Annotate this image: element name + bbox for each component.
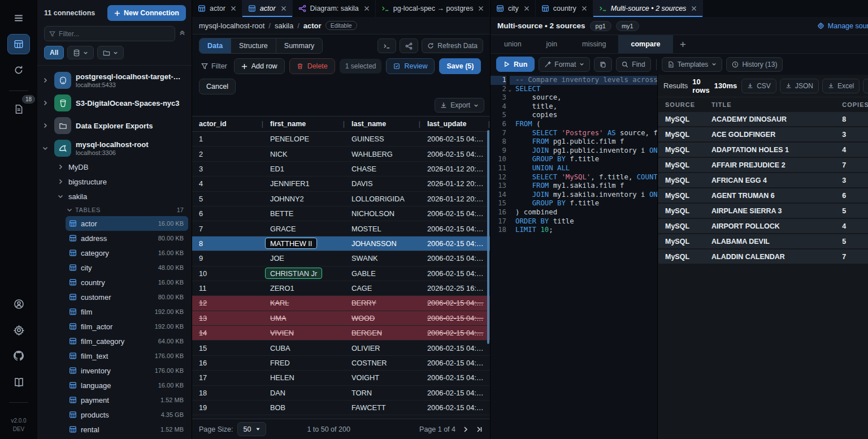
query-tab-union[interactable]: union (492, 35, 534, 53)
menu-icon[interactable] (7, 8, 30, 28)
query-tab-compare[interactable]: compare (618, 35, 672, 53)
breadcrumb-table[interactable]: actor (303, 21, 322, 30)
cell-first-name[interactable]: JOHNNY2 (263, 195, 345, 203)
cell-first-name[interactable]: BETTE (263, 209, 345, 218)
sidebar-table-customer[interactable]: customer80.00 KB (37, 290, 192, 304)
add-row-button[interactable]: Add row (234, 58, 285, 74)
close-icon[interactable] (364, 6, 370, 11)
chevron-right-icon[interactable] (41, 123, 50, 128)
export-button[interactable]: Export (435, 98, 484, 113)
query-tab-join[interactable]: join (534, 35, 570, 53)
cancel-button[interactable]: Cancel (199, 79, 236, 94)
filter-chip-database[interactable] (67, 46, 94, 59)
export-excel-button[interactable]: Excel (822, 79, 860, 93)
view-tab-summary[interactable]: Summary (276, 38, 322, 53)
table-row[interactable]: 12KARLBERRY2006-02-15 04:… (192, 296, 490, 311)
table-row[interactable]: 17HELENVOIGHT2006-02-15 04:… (192, 371, 490, 385)
database-item-bigstructure[interactable]: bigstructure (37, 174, 192, 189)
connection-filter-field[interactable] (44, 26, 175, 41)
collapse-all-icon[interactable] (179, 30, 186, 37)
edited-cell[interactable]: CHRISTIAN Jr (265, 268, 322, 279)
table-row[interactable]: 10CHRISTIAN JrGABLE2006-02-15 04:… (192, 266, 490, 281)
connection-item-data-explorer-exports[interactable]: Data Explorer Exports (37, 114, 192, 137)
connection-item-postgresql-localhost-target-[interactable]: postgresql-localhost-target-…localhost:5… (37, 69, 192, 92)
github-icon[interactable] (7, 346, 30, 366)
close-icon[interactable] (524, 6, 530, 11)
results-row[interactable]: MySQLALABAMA DEVIL5 (658, 234, 868, 248)
chevron-down-icon[interactable] (58, 193, 64, 199)
sidebar-table-city[interactable]: city48.00 KB (37, 260, 192, 275)
results-column-source[interactable]: SOURCE (658, 101, 710, 108)
filter-button[interactable]: Filter (199, 60, 229, 72)
table-row[interactable]: 14VIVIENBERGEN2006-02-15 04:… (192, 326, 490, 341)
column-header-first_name[interactable]: first_name (263, 120, 345, 128)
book-icon[interactable] (7, 372, 30, 392)
refresh-icon[interactable] (7, 60, 30, 80)
breadcrumb-database[interactable]: sakila (275, 21, 293, 30)
close-icon[interactable] (865, 35, 868, 53)
tables-section-header[interactable]: TABLES17 (37, 204, 192, 216)
results-row[interactable]: MySQLALADDIN CALENDAR7 (658, 249, 868, 264)
cell-first-name[interactable]: FRED (263, 359, 345, 367)
cell-first-name[interactable]: JENNIFER1 (263, 179, 345, 188)
filter-chip-all[interactable]: All (44, 46, 64, 59)
database-item-mydb[interactable]: MyDB (37, 160, 192, 174)
table-row[interactable]: 16FREDCOSTNER2006-02-15 04:… (192, 356, 490, 371)
chevron-down-icon[interactable] (41, 145, 50, 151)
manage-sources-link[interactable]: Manage sources (817, 22, 868, 30)
column-header-actor_id[interactable]: actor_id (192, 120, 263, 128)
table-row[interactable]: 13UMAWOOD2006-02-15 04:… (192, 311, 490, 326)
breadcrumb-connection[interactable]: mysql-localhost-root (199, 21, 264, 30)
cell-first-name[interactable]: ED1 (263, 165, 345, 173)
gear-icon[interactable] (7, 320, 30, 340)
query-tab-missing[interactable]: missing (570, 35, 618, 53)
tab-country[interactable]: country (536, 0, 593, 17)
export-json-button[interactable]: JSON (780, 79, 819, 93)
add-query-tab-icon[interactable] (673, 35, 693, 53)
sidebar-table-film[interactable]: film192.00 KB (37, 304, 192, 319)
fold-icon[interactable]: ⌄ (509, 85, 511, 94)
table-row[interactable]: 18DANTORN2006-02-15 04:… (192, 386, 490, 401)
cell-first-name[interactable]: CHRISTIAN Jr (263, 268, 345, 279)
table-row[interactable]: 1PENELOPEGUINESS2006-02-15 04:… (192, 132, 490, 147)
sidebar-table-actor[interactable]: actor16.00 KB (66, 216, 188, 231)
close-icon[interactable] (581, 6, 587, 11)
filter-chip-folder[interactable] (97, 46, 124, 59)
tab-actor[interactable]: actor (192, 0, 242, 17)
delete-button[interactable]: Delete (289, 58, 335, 74)
cell-first-name[interactable]: UMA (263, 314, 345, 322)
table-row[interactable]: 15CUBAOLIVIER2006-02-15 04:… (192, 341, 490, 355)
results-row[interactable]: MySQLADAPTATION HOLES 14 (658, 143, 868, 157)
history-button[interactable]: History (13) (726, 57, 783, 72)
chevron-right-icon[interactable] (58, 164, 64, 170)
column-header-last_name[interactable]: last_name (345, 120, 420, 128)
cell-first-name[interactable]: ZERO1 (263, 284, 345, 292)
table-row[interactable]: 8MATTHEW IIJOHANSSON2006-02-15 04:… (192, 236, 490, 251)
connection-item-mysql-localhost-root[interactable]: mysql-localhost-rootlocalhost:3306 (37, 137, 192, 160)
more-tabs-icon[interactable]: ⋯ (866, 0, 868, 17)
chevron-right-icon[interactable] (58, 179, 64, 184)
cell-first-name[interactable]: JOE (263, 254, 345, 262)
sidebar-table-products[interactable]: products4.35 GB (37, 407, 192, 422)
results-column-copies[interactable]: COPIES (842, 101, 868, 108)
connection-filter-input[interactable] (59, 30, 170, 38)
close-icon[interactable] (231, 6, 236, 11)
new-connection-button[interactable]: New Connection (107, 5, 186, 21)
share-button[interactable] (400, 38, 418, 53)
table-row[interactable]: 4JENNIFER1DAVIS2026-01-12 20:… (192, 177, 490, 191)
cell-first-name[interactable]: PENELOPE (263, 135, 345, 143)
results-row[interactable]: MySQLAFRICAN EGG 43 (658, 173, 868, 187)
sidebar-table-film_text[interactable]: film_text176.00 KB (37, 348, 192, 363)
sidebar-table-category[interactable]: category16.00 KB (37, 246, 192, 260)
sidebar-table-address[interactable]: address80.00 KB (37, 231, 192, 246)
chevron-right-icon[interactable] (41, 78, 50, 83)
sidebar-table-film_actor[interactable]: film_actor192.00 KB (37, 319, 192, 334)
editor-code[interactable]: -- Compare inventory levels across dSELE… (510, 76, 657, 439)
open-terminal-button[interactable] (377, 38, 396, 53)
user-icon[interactable] (7, 294, 30, 314)
table-row[interactable]: 9JOESWANK2006-02-15 04:… (192, 251, 490, 266)
table-row[interactable]: 5JOHNNY2LOLLOBRIGIDA2026-01-12 20:… (192, 192, 490, 206)
review-button[interactable]: Review (386, 58, 435, 74)
cell-first-name[interactable]: HELEN (263, 373, 345, 382)
source-badge-my1[interactable]: my1 (616, 21, 639, 31)
